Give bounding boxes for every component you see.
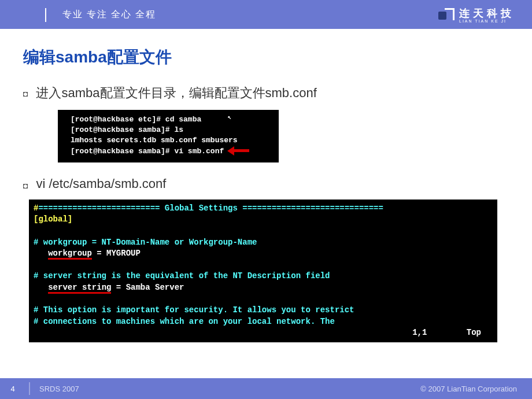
- vi-status-line: 1,1 Top: [34, 327, 493, 339]
- term1-line3: lmhosts secrets.tdb smb.conf smbusers: [71, 135, 273, 146]
- terminal-screenshot-2: #========================= Global Settin…: [29, 200, 497, 342]
- cfg-line-8: # connections to machines which are on y…: [34, 316, 493, 328]
- term1-line4: [root@hackbase samba]# vi smb.conf: [71, 146, 273, 157]
- header-bar: 专业 专注 全心 全程 连天科技 LIAN TIAN KE JI: [0, 0, 532, 29]
- cursor-icon: ↖: [227, 113, 231, 122]
- bullet-1-text: 进入samba配置文件目录，编辑配置文件smb.conf: [36, 84, 316, 102]
- header-divider: [45, 8, 46, 22]
- cfg-line-3: # workgroup = NT-Domain-Name or Workgrou…: [34, 237, 493, 249]
- footer-bar: 4 SRDS 2007 © 2007 LianTian Corporation: [0, 378, 532, 399]
- slide-title: 编辑samba配置文件: [23, 46, 509, 68]
- page-number: 4: [0, 385, 25, 393]
- footer-copyright: © 2007 LianTian Corporation: [420, 385, 517, 393]
- cfg-line-2: [global]: [34, 214, 493, 226]
- footer-left: 4 SRDS 2007: [0, 378, 79, 399]
- bullet-1: ◘ 进入samba配置文件目录，编辑配置文件smb.conf: [23, 84, 509, 102]
- cfg-line-5: # server string is the equivalent of the…: [34, 271, 493, 282]
- bullet-2-text: vi /etc/samba/smb.conf: [36, 176, 166, 191]
- terminal-screenshot-1: ↖ [root@hackbase etc]# cd samba [root@ha…: [58, 110, 279, 162]
- cfg-line-6: server string = Samba Server: [34, 282, 493, 294]
- term1-line1: [root@hackbase etc]# cd samba: [71, 114, 273, 125]
- slogan: 专业 专注 全心 全程: [62, 9, 156, 21]
- red-arrow-icon: [227, 147, 250, 154]
- cfg-blank: [34, 260, 493, 271]
- bullet-2: ◘ vi /etc/samba/smb.conf: [23, 176, 509, 191]
- footer-conf: SRDS 2007: [39, 385, 79, 393]
- company-logo: 连天科技 LIAN TIAN KE JI: [438, 6, 515, 23]
- cfg-line-1: #========================= Global Settin…: [34, 203, 493, 215]
- footer-divider: [29, 382, 30, 395]
- term1-line2: [root@hackbase samba]# ls: [71, 125, 273, 135]
- bullet-icon: ◘: [23, 181, 28, 190]
- logo-text-en: LIAN TIAN KE JI: [459, 19, 515, 23]
- cfg-line-7: # This option is important for security.…: [34, 305, 493, 316]
- cfg-blank: [34, 226, 493, 237]
- logo-text-cn: 连天科技: [459, 6, 515, 20]
- cfg-blank: [34, 294, 493, 305]
- bullet-icon: ◘: [23, 89, 28, 98]
- logo-mark-icon: [438, 8, 455, 21]
- cfg-line-4: workgroup = MYGROUP: [34, 248, 493, 260]
- slide-content: 编辑samba配置文件 ◘ 进入samba配置文件目录，编辑配置文件smb.co…: [0, 29, 532, 342]
